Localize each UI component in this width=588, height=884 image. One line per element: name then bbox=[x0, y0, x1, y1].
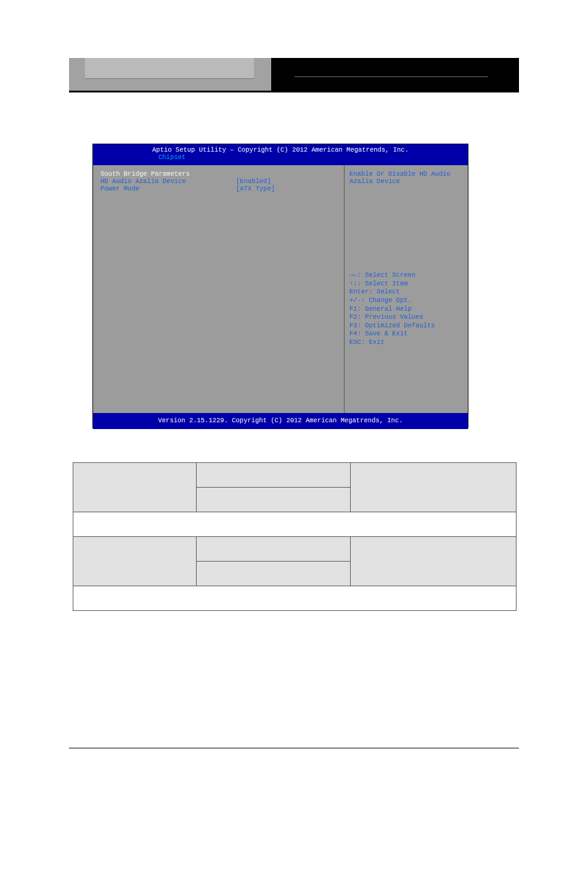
bios-key-line: F4: Save & Exit bbox=[349, 330, 463, 338]
bios-key-line: Enter: Select bbox=[349, 288, 463, 297]
opt-desc-cell bbox=[351, 537, 517, 586]
bios-title: Aptio Setup Utility – Copyright (C) 2012… bbox=[93, 146, 468, 153]
bios-screenshot: Aptio Setup Utility – Copyright (C) 2012… bbox=[92, 144, 468, 428]
bios-help-line: Azalia Device bbox=[349, 178, 463, 185]
opt-desc-cell bbox=[351, 463, 517, 512]
opt-full-row bbox=[73, 586, 517, 611]
header-right-underline bbox=[295, 76, 488, 77]
bios-help-line: Enable Or Disable HD Audio bbox=[349, 170, 463, 178]
bios-key-hints: →←: Select Screen ↑↓: Select Item Enter:… bbox=[349, 271, 463, 347]
opt-value-cell bbox=[197, 537, 351, 562]
bios-tab-chipset: Chipset bbox=[155, 153, 189, 161]
opt-name-cell bbox=[73, 463, 197, 512]
bios-key-line: F2: Previous Values bbox=[349, 313, 463, 322]
opt-full-row bbox=[73, 512, 517, 537]
options-table bbox=[73, 462, 517, 611]
opt-name-cell bbox=[73, 537, 197, 586]
bios-item-value: [ATX Type] bbox=[236, 185, 275, 192]
table-row bbox=[73, 463, 517, 488]
bios-title-bar: Aptio Setup Utility – Copyright (C) 2012… bbox=[93, 144, 468, 165]
bios-key-line: F1: General Help bbox=[349, 305, 463, 314]
page-footer-rule bbox=[69, 748, 519, 748]
bios-item-row[interactable]: HD Audio Azalia Device [Enabled] bbox=[100, 178, 337, 185]
opt-value-cell bbox=[197, 488, 351, 512]
bios-key-line: →←: Select Screen bbox=[349, 271, 463, 280]
bios-right-pane: Enable Or Disable HD Audio Azalia Device… bbox=[345, 165, 468, 413]
bios-footer: Version 2.15.1229. Copyright (C) 2012 Am… bbox=[93, 413, 468, 429]
page-header-bar bbox=[69, 58, 519, 92]
header-left-block bbox=[69, 58, 271, 91]
bios-item-value: [Enabled] bbox=[236, 178, 271, 185]
bios-item-label: Power Mode bbox=[100, 185, 236, 192]
table-row bbox=[73, 512, 517, 537]
bios-left-pane: South Bridge Parameters HD Audio Azalia … bbox=[93, 165, 345, 413]
bios-key-line: F3: Optimized Defaults bbox=[349, 322, 463, 330]
bios-body: South Bridge Parameters HD Audio Azalia … bbox=[93, 165, 468, 413]
bios-key-line: +/-: Change Opt. bbox=[349, 297, 463, 305]
bios-key-line: ↑↓: Select Item bbox=[349, 280, 463, 289]
opt-value-cell bbox=[197, 562, 351, 586]
table-row bbox=[73, 586, 517, 611]
bios-item-label: HD Audio Azalia Device bbox=[100, 178, 236, 185]
header-left-inner bbox=[85, 58, 254, 79]
bios-key-line: ESC: Exit bbox=[349, 338, 463, 347]
table-row bbox=[73, 537, 517, 562]
opt-value-cell bbox=[197, 463, 351, 488]
bios-item-row[interactable]: Power Mode [ATX Type] bbox=[100, 185, 337, 192]
bios-section-heading: South Bridge Parameters bbox=[100, 170, 337, 178]
